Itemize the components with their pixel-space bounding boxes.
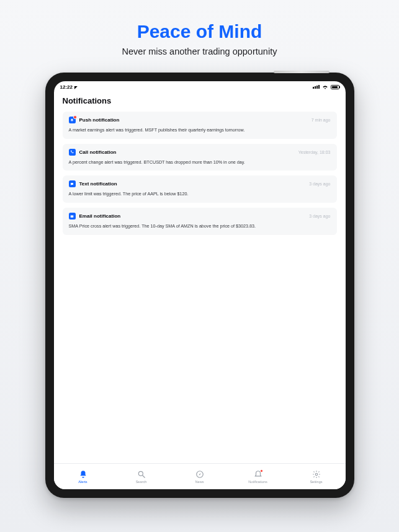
hero-subtitle: Never miss another trading opportunity [122, 47, 277, 56]
search-icon [137, 470, 146, 479]
status-bar: 12:22 ◤ [54, 81, 346, 92]
notification-body: A percent change alert was triggered. BT… [69, 159, 331, 166]
tab-label: Search [136, 480, 147, 484]
tab-news[interactable]: News [171, 464, 229, 489]
notification-item[interactable]: Email notification 3 days ago SMA Price … [63, 208, 337, 235]
notification-body: A lower limit was triggered. The price o… [69, 191, 331, 197]
device-screen: 12:22 ◤ Notifications Pu [54, 81, 346, 489]
location-icon: ◤ [74, 85, 78, 89]
bell-icon [79, 470, 87, 479]
page-title: Notifications [63, 96, 337, 105]
svg-point-0 [138, 471, 143, 476]
notification-item[interactable]: Push notification 7 min ago A market ear… [63, 112, 337, 139]
tablet-frame: 12:22 ◤ Notifications Pu [45, 73, 354, 498]
push-notification-icon [69, 117, 76, 123]
hero-title: Peace of Mind [122, 21, 277, 42]
tab-settings[interactable]: Settings [287, 464, 346, 489]
gear-icon [312, 470, 321, 479]
content-area: Notifications Push notification 7 min ag… [54, 92, 346, 463]
battery-icon [331, 85, 339, 89]
notification-body: SMA Price cross alert was triggered. The… [69, 223, 331, 229]
apple-pencil [274, 71, 330, 73]
tab-bar: Alerts Search News Notifications Setting… [54, 463, 346, 489]
compass-icon [195, 470, 204, 479]
tab-alerts[interactable]: Alerts [54, 464, 112, 489]
notifications-icon [254, 470, 262, 479]
tab-label: News [195, 480, 204, 484]
notification-list: Push notification 7 min ago A market ear… [63, 112, 337, 235]
svg-line-1 [142, 475, 145, 477]
notification-time: 3 days ago [309, 182, 330, 186]
notification-title: Text notification [79, 181, 117, 187]
notification-title: Push notification [79, 117, 120, 123]
signal-icon [313, 85, 320, 89]
call-notification-icon [69, 149, 76, 156]
tab-label: Settings [310, 480, 322, 484]
notification-title: Call notification [79, 149, 117, 155]
notification-title: Email notification [79, 213, 121, 219]
tab-label: Alerts [78, 480, 87, 484]
tab-search[interactable]: Search [112, 464, 171, 489]
notification-item[interactable]: Text notification 3 days ago A lower lim… [63, 175, 337, 203]
wifi-icon [322, 84, 328, 89]
hero-header: Peace of Mind Never miss another trading… [122, 21, 277, 56]
status-time: 12:22 [60, 84, 73, 90]
tab-notifications[interactable]: Notifications [229, 464, 287, 489]
text-notification-icon [69, 180, 76, 187]
email-notification-icon [69, 213, 76, 219]
svg-point-3 [315, 473, 318, 476]
notification-item[interactable]: Call notification Yesterday, 18:03 A per… [63, 144, 337, 171]
notification-body: A market earnings alert was triggered. M… [69, 127, 331, 133]
tab-label: Notifications [248, 480, 267, 484]
notification-time: Yesterday, 18:03 [298, 150, 331, 154]
notification-time: 3 days ago [309, 214, 330, 218]
notification-time: 7 min ago [312, 118, 331, 122]
